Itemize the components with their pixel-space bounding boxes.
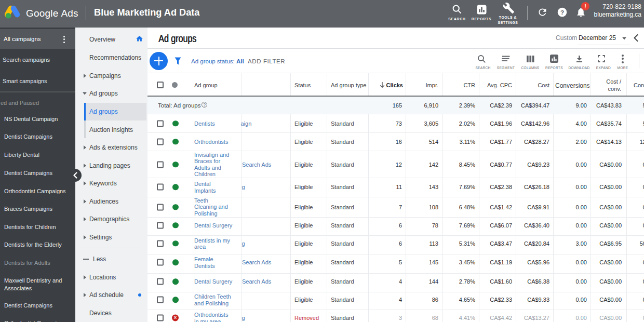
svg-text:?: ? <box>560 9 564 16</box>
